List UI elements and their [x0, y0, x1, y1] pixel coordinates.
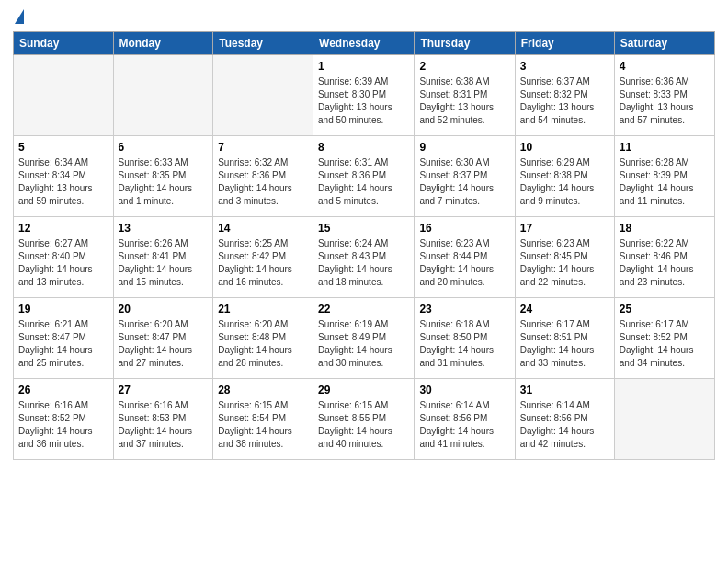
calendar-cell: 21Sunrise: 6:20 AM Sunset: 8:48 PM Dayli…	[213, 298, 313, 379]
day-number: 10	[520, 140, 609, 155]
calendar-cell: 20Sunrise: 6:20 AM Sunset: 8:47 PM Dayli…	[113, 298, 213, 379]
calendar-cell: 26Sunrise: 6:16 AM Sunset: 8:52 PM Dayli…	[14, 379, 114, 460]
day-info: Sunrise: 6:27 AM Sunset: 8:40 PM Dayligh…	[18, 237, 108, 289]
day-info: Sunrise: 6:16 AM Sunset: 8:52 PM Dayligh…	[18, 399, 108, 451]
calendar-table: SundayMondayTuesdayWednesdayThursdayFrid…	[13, 31, 715, 460]
day-number: 8	[318, 140, 409, 155]
day-info: Sunrise: 6:26 AM Sunset: 8:41 PM Dayligh…	[119, 237, 209, 289]
calendar-cell: 19Sunrise: 6:21 AM Sunset: 8:47 PM Dayli…	[14, 298, 114, 379]
calendar-cell: 9Sunrise: 6:30 AM Sunset: 8:37 PM Daylig…	[415, 136, 515, 217]
day-number: 31	[520, 383, 609, 397]
day-number: 20	[119, 302, 209, 316]
calendar-cell: 18Sunrise: 6:22 AM Sunset: 8:46 PM Dayli…	[614, 217, 714, 298]
day-info: Sunrise: 6:32 AM Sunset: 8:36 PM Dayligh…	[218, 156, 308, 208]
day-info: Sunrise: 6:24 AM Sunset: 8:43 PM Dayligh…	[318, 237, 409, 289]
calendar-cell: 29Sunrise: 6:15 AM Sunset: 8:55 PM Dayli…	[313, 379, 415, 460]
day-info: Sunrise: 6:17 AM Sunset: 8:52 PM Dayligh…	[620, 318, 710, 370]
calendar-week-row: 5Sunrise: 6:34 AM Sunset: 8:34 PM Daylig…	[14, 136, 715, 217]
calendar-cell: 16Sunrise: 6:23 AM Sunset: 8:44 PM Dayli…	[415, 217, 515, 298]
calendar-cell	[614, 379, 714, 460]
calendar-cell	[14, 55, 114, 136]
logo	[13, 9, 24, 26]
day-number: 7	[218, 140, 308, 155]
day-number: 25	[620, 302, 710, 316]
day-number: 5	[18, 140, 108, 155]
day-info: Sunrise: 6:21 AM Sunset: 8:47 PM Dayligh…	[18, 318, 108, 370]
day-info: Sunrise: 6:23 AM Sunset: 8:45 PM Dayligh…	[520, 237, 609, 289]
calendar-cell: 1Sunrise: 6:39 AM Sunset: 8:30 PM Daylig…	[313, 55, 415, 136]
day-info: Sunrise: 6:29 AM Sunset: 8:38 PM Dayligh…	[520, 156, 609, 208]
day-info: Sunrise: 6:14 AM Sunset: 8:56 PM Dayligh…	[520, 399, 609, 451]
calendar-cell: 14Sunrise: 6:25 AM Sunset: 8:42 PM Dayli…	[213, 217, 313, 298]
calendar-week-row: 12Sunrise: 6:27 AM Sunset: 8:40 PM Dayli…	[14, 217, 715, 298]
day-number: 1	[318, 59, 409, 74]
calendar-cell: 3Sunrise: 6:37 AM Sunset: 8:32 PM Daylig…	[515, 55, 614, 136]
day-number: 29	[318, 383, 409, 397]
day-info: Sunrise: 6:14 AM Sunset: 8:56 PM Dayligh…	[419, 399, 509, 451]
day-info: Sunrise: 6:33 AM Sunset: 8:35 PM Dayligh…	[119, 156, 209, 208]
day-number: 9	[419, 140, 509, 155]
calendar-cell: 30Sunrise: 6:14 AM Sunset: 8:56 PM Dayli…	[415, 379, 515, 460]
calendar-cell: 23Sunrise: 6:18 AM Sunset: 8:50 PM Dayli…	[415, 298, 515, 379]
calendar-header-wednesday: Wednesday	[313, 32, 415, 55]
day-number: 21	[218, 302, 308, 316]
day-number: 16	[419, 221, 509, 236]
day-number: 19	[18, 302, 108, 316]
day-info: Sunrise: 6:31 AM Sunset: 8:36 PM Dayligh…	[318, 156, 409, 208]
calendar-cell: 13Sunrise: 6:26 AM Sunset: 8:41 PM Dayli…	[113, 217, 213, 298]
day-number: 23	[419, 302, 509, 316]
calendar-cell	[113, 55, 213, 136]
day-info: Sunrise: 6:20 AM Sunset: 8:48 PM Dayligh…	[218, 318, 308, 370]
day-number: 6	[119, 140, 209, 155]
calendar-cell: 24Sunrise: 6:17 AM Sunset: 8:51 PM Dayli…	[515, 298, 614, 379]
calendar-cell: 31Sunrise: 6:14 AM Sunset: 8:56 PM Dayli…	[515, 379, 614, 460]
day-number: 17	[520, 221, 609, 236]
day-info: Sunrise: 6:19 AM Sunset: 8:49 PM Dayligh…	[318, 318, 409, 370]
day-info: Sunrise: 6:15 AM Sunset: 8:55 PM Dayligh…	[318, 399, 409, 451]
day-number: 13	[119, 221, 209, 236]
calendar-cell	[213, 55, 313, 136]
day-number: 28	[218, 383, 308, 397]
day-info: Sunrise: 6:22 AM Sunset: 8:46 PM Dayligh…	[620, 237, 710, 289]
day-number: 2	[419, 59, 509, 74]
calendar-cell: 27Sunrise: 6:16 AM Sunset: 8:53 PM Dayli…	[113, 379, 213, 460]
calendar-cell: 11Sunrise: 6:28 AM Sunset: 8:39 PM Dayli…	[614, 136, 714, 217]
calendar-header-monday: Monday	[113, 32, 213, 55]
logo-triangle-icon	[15, 9, 24, 24]
day-number: 30	[419, 383, 509, 397]
day-info: Sunrise: 6:16 AM Sunset: 8:53 PM Dayligh…	[119, 399, 209, 451]
day-info: Sunrise: 6:36 AM Sunset: 8:33 PM Dayligh…	[620, 75, 710, 127]
day-info: Sunrise: 6:18 AM Sunset: 8:50 PM Dayligh…	[419, 318, 509, 370]
calendar-cell: 25Sunrise: 6:17 AM Sunset: 8:52 PM Dayli…	[614, 298, 714, 379]
day-number: 3	[520, 59, 609, 74]
page: SundayMondayTuesdayWednesdayThursdayFrid…	[0, 0, 728, 469]
calendar-cell: 6Sunrise: 6:33 AM Sunset: 8:35 PM Daylig…	[113, 136, 213, 217]
day-number: 22	[318, 302, 409, 316]
day-info: Sunrise: 6:15 AM Sunset: 8:54 PM Dayligh…	[218, 399, 308, 451]
calendar-header-tuesday: Tuesday	[213, 32, 313, 55]
day-number: 12	[18, 221, 108, 236]
day-number: 15	[318, 221, 409, 236]
calendar-week-row: 1Sunrise: 6:39 AM Sunset: 8:30 PM Daylig…	[14, 55, 715, 136]
calendar-cell: 2Sunrise: 6:38 AM Sunset: 8:31 PM Daylig…	[415, 55, 515, 136]
calendar-week-row: 26Sunrise: 6:16 AM Sunset: 8:52 PM Dayli…	[14, 379, 715, 460]
calendar-header-row: SundayMondayTuesdayWednesdayThursdayFrid…	[14, 32, 715, 55]
day-info: Sunrise: 6:20 AM Sunset: 8:47 PM Dayligh…	[119, 318, 209, 370]
calendar-cell: 10Sunrise: 6:29 AM Sunset: 8:38 PM Dayli…	[515, 136, 614, 217]
calendar-cell: 5Sunrise: 6:34 AM Sunset: 8:34 PM Daylig…	[14, 136, 114, 217]
calendar-cell: 15Sunrise: 6:24 AM Sunset: 8:43 PM Dayli…	[313, 217, 415, 298]
day-number: 14	[218, 221, 308, 236]
day-number: 4	[620, 59, 710, 74]
day-info: Sunrise: 6:39 AM Sunset: 8:30 PM Dayligh…	[318, 75, 409, 127]
calendar-cell: 12Sunrise: 6:27 AM Sunset: 8:40 PM Dayli…	[14, 217, 114, 298]
day-info: Sunrise: 6:37 AM Sunset: 8:32 PM Dayligh…	[520, 75, 609, 127]
calendar-cell: 22Sunrise: 6:19 AM Sunset: 8:49 PM Dayli…	[313, 298, 415, 379]
calendar-header-sunday: Sunday	[14, 32, 114, 55]
day-number: 18	[620, 221, 710, 236]
calendar-cell: 8Sunrise: 6:31 AM Sunset: 8:36 PM Daylig…	[313, 136, 415, 217]
day-info: Sunrise: 6:34 AM Sunset: 8:34 PM Dayligh…	[18, 156, 108, 208]
calendar-header-friday: Friday	[515, 32, 614, 55]
day-info: Sunrise: 6:28 AM Sunset: 8:39 PM Dayligh…	[620, 156, 710, 208]
calendar-header-thursday: Thursday	[415, 32, 515, 55]
calendar-cell: 28Sunrise: 6:15 AM Sunset: 8:54 PM Dayli…	[213, 379, 313, 460]
